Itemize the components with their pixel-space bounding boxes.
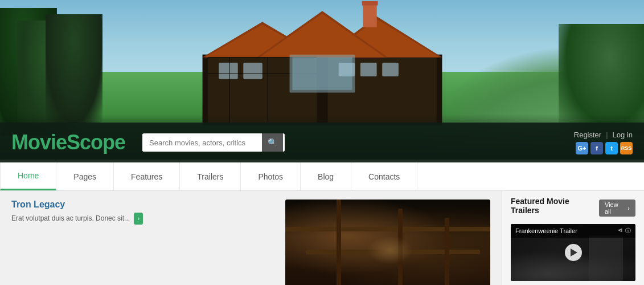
video-play-area[interactable] <box>565 244 582 261</box>
nav-bar: Home Pages Features Trailers Photos Blog… <box>0 162 644 191</box>
auth-divider: | <box>606 131 608 139</box>
nav-contacts[interactable]: Contacts <box>351 162 417 190</box>
share-icon[interactable]: ⊲ <box>618 227 622 235</box>
svg-rect-12 <box>243 63 262 79</box>
svg-rect-9 <box>363 3 376 27</box>
view-all-button[interactable]: View all › <box>599 199 635 217</box>
svg-rect-11 <box>219 63 237 79</box>
twitter-icon[interactable]: t <box>605 142 618 154</box>
svg-rect-21 <box>382 63 399 76</box>
video-controls: ⊲ ⓘ <box>618 227 631 235</box>
article-tron: Tron Legacy Erat volutpat duis ac turpis… <box>11 199 490 285</box>
rss-icon[interactable]: RSS <box>620 142 633 154</box>
svg-rect-20 <box>360 63 376 76</box>
nav-blog[interactable]: Blog <box>301 162 351 190</box>
register-link[interactable]: Register <box>574 131 601 139</box>
logo-movie: Movie <box>11 131 67 154</box>
content-area: Tron Legacy Erat volutpat duis ac turpis… <box>0 191 644 285</box>
sidebar-header: Featured Movie Trailers View all › <box>511 197 635 219</box>
search-input[interactable] <box>142 134 262 152</box>
auth-links: Register | Log in <box>574 131 633 139</box>
svg-rect-10 <box>362 1 378 6</box>
article-thumb-tron <box>285 199 490 285</box>
main-content: Tron Legacy Erat volutpat duis ac turpis… <box>0 191 502 285</box>
facebook-icon[interactable]: f <box>590 142 603 154</box>
play-button[interactable] <box>565 244 582 261</box>
search-button[interactable]: 🔍 <box>262 133 283 152</box>
nav-home[interactable]: Home <box>0 162 56 190</box>
login-link[interactable]: Log in <box>613 131 633 139</box>
svg-rect-19 <box>338 63 355 76</box>
read-more-tron[interactable]: › <box>134 213 143 225</box>
google-plus-icon[interactable]: G+ <box>576 142 588 154</box>
nav-pages[interactable]: Pages <box>56 162 114 190</box>
header-right: Register | Log in G+ f t RSS <box>574 131 633 154</box>
logo-scope: Scope <box>67 131 125 154</box>
video-thumbnail[interactable]: Frankenweenie Trailer ⊲ ⓘ <box>511 224 635 281</box>
nav-features[interactable]: Features <box>114 162 180 190</box>
main-header: MovieScope 🔍 Register | Log in G+ f t RS… <box>0 123 644 162</box>
search-bar: 🔍 <box>142 133 285 152</box>
featured-trailers-title: Featured Movie Trailers <box>511 197 599 215</box>
play-triangle-icon <box>571 249 577 256</box>
video-title: Frankenweenie Trailer <box>515 227 577 234</box>
info-icon[interactable]: ⓘ <box>625 227 631 235</box>
house-illustration <box>151 0 493 125</box>
social-icons: G+ f t RSS <box>576 142 633 154</box>
sidebar: Featured Movie Trailers View all › Frank… <box>502 191 644 285</box>
nav-trailers[interactable]: Trailers <box>180 162 241 190</box>
video-title-bar: Frankenweenie Trailer ⊲ ⓘ <box>511 224 635 238</box>
nav-photos[interactable]: Photos <box>241 162 301 190</box>
site-logo[interactable]: MovieScope <box>11 131 125 154</box>
